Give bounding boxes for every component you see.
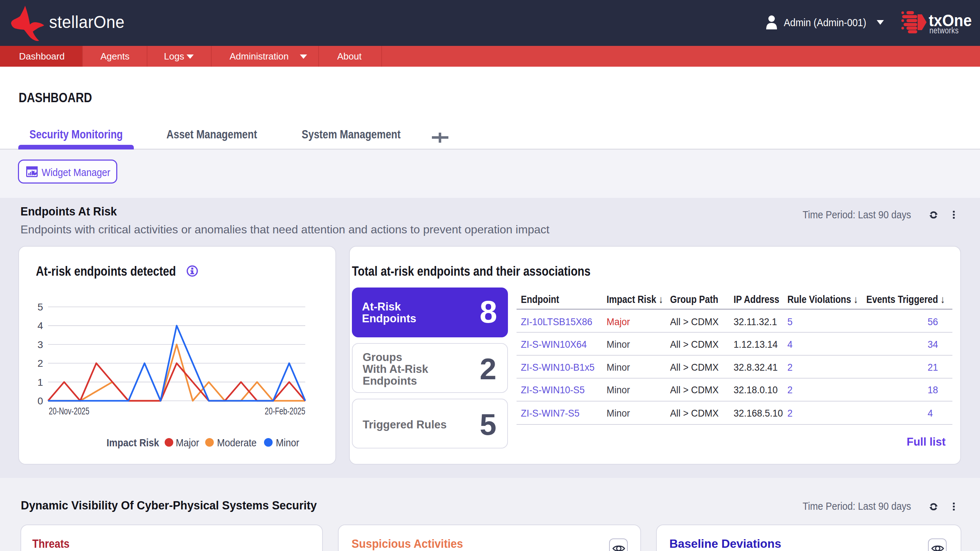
svg-text:4: 4 [37,320,43,331]
svg-text:1: 1 [37,377,43,388]
svg-text:2: 2 [37,358,43,369]
svg-text:3: 3 [37,339,43,350]
svg-text:5: 5 [37,302,43,313]
svg-text:20-Nov-2025: 20-Nov-2025 [49,405,89,416]
svg-text:20-Feb-2025: 20-Feb-2025 [265,405,305,416]
svg-text:0: 0 [37,395,43,407]
